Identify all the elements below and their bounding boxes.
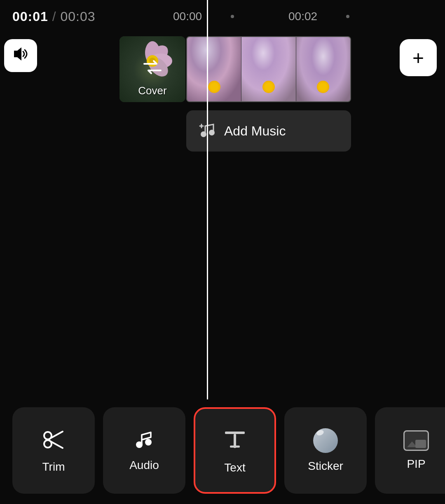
cover-label: Cover [138,84,166,97]
pip-label: PIP [407,457,425,471]
time-marker-00: 00:00 [173,10,202,23]
video-frame-2 [241,37,296,101]
pip-tool[interactable]: PIP [375,407,445,494]
svg-line-13 [51,432,63,438]
time-separator: / [52,9,61,24]
playhead[interactable] [207,0,208,399]
scissors-icon [41,427,66,454]
cover-swap-icon [142,59,163,79]
time-display: 00:01 / 00:03 [12,9,96,24]
time-marker-02: 00:02 [288,10,317,23]
timeline-header: 00:01 / 00:03 00:00 00:02 [0,0,445,33]
video-strip[interactable] [186,36,351,102]
add-music-label: Add Music [224,124,286,139]
sticker-icon [313,428,338,453]
add-music-button[interactable]: Add Music [186,110,351,152]
svg-line-14 [51,441,63,448]
volume-icon [12,45,30,66]
svg-rect-17 [225,432,245,434]
svg-marker-0 [14,47,21,61]
plus-icon: + [412,47,424,69]
cover-thumbnail[interactable]: Cover [119,36,185,102]
trim-label: Trim [42,460,65,474]
timeline-dot-right [346,15,349,18]
volume-button[interactable] [4,39,37,72]
total-time: 00:03 [61,9,96,24]
svg-point-7 [201,131,206,137]
audio-tool[interactable]: Audio [103,407,185,494]
sticker-tool[interactable]: Sticker [284,407,367,494]
svg-point-16 [145,439,152,446]
current-time: 00:01 [12,9,48,24]
text-tool[interactable]: Text [194,407,276,494]
text-icon [222,427,248,455]
music-note-icon [134,429,155,452]
video-frame-1 [187,37,241,101]
pip-icon [403,430,429,451]
video-frame-3 [296,37,350,101]
add-clip-button[interactable]: + [400,39,437,76]
text-label: Text [224,461,245,474]
svg-point-8 [209,130,215,135]
timeline-dot-left [231,15,234,18]
trim-tool[interactable]: Trim [12,407,95,494]
sticker-label: Sticker [308,460,343,473]
svg-point-15 [136,441,143,448]
audio-label: Audio [129,459,159,472]
bottom-toolbar: Trim Audio Text [0,397,445,504]
svg-rect-19 [230,446,240,448]
